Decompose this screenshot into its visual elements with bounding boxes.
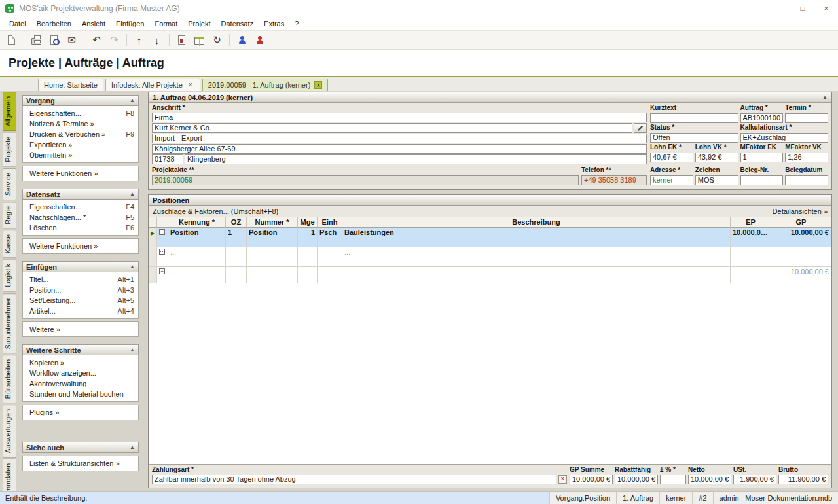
new-document-icon[interactable]	[3, 32, 20, 48]
cell-kennung[interactable]: Position	[168, 228, 226, 247]
cell-einh[interactable]: Psch	[318, 228, 342, 247]
zuschlaege-faktoren-link[interactable]: Zuschläge & Faktoren... (Umschalt+F8)	[153, 207, 278, 215]
expand-row-icon[interactable]: +	[159, 268, 165, 274]
column-header-oz[interactable]: OZ	[226, 217, 247, 228]
tab-infodesk-alle-projekte[interactable]: Infodesk: Alle Projekte ×	[105, 79, 200, 91]
menu-ansicht[interactable]: Ansicht	[77, 20, 111, 27]
column-header-einh[interactable]: Einh	[318, 217, 342, 228]
cell-ep[interactable]	[731, 247, 771, 267]
cell-beschreibung[interactable]: Bauleistungen	[342, 228, 731, 247]
column-header-nummer[interactable]: Nummer *	[247, 217, 298, 228]
cell-mge[interactable]	[298, 247, 318, 267]
action-drucken-verbuchen[interactable]: Drucken & Verbuchen »F9	[23, 129, 138, 139]
module-tab-auswertungen[interactable]: Auswertungen	[3, 405, 16, 458]
undo-icon[interactable]: ↶	[88, 32, 105, 48]
menu-hilfe[interactable]: ?	[289, 20, 304, 27]
menu-projekt[interactable]: Projekt	[183, 20, 215, 27]
lohn-ek-field[interactable]: 40,67 €	[650, 153, 693, 162]
module-tab-bueroarbeiten[interactable]: Büroarbeiten	[3, 355, 16, 403]
cell-oz[interactable]: 1	[226, 228, 247, 247]
module-tab-logistik[interactable]: Logistik	[3, 259, 16, 292]
move-up-icon[interactable]: ↑	[131, 32, 147, 48]
anschrift-line3-field[interactable]: Import - Export	[152, 134, 647, 143]
action-nachschlagen[interactable]: Nachschlagen... *F5	[23, 212, 138, 223]
module-tab-regie[interactable]: Regie	[3, 202, 16, 228]
zeichen-field[interactable]: MOS	[695, 175, 738, 185]
action-datensatz-eigenschaften[interactable]: Eigenschaften...F4	[23, 202, 138, 212]
close-tab-icon[interactable]: ×	[314, 81, 322, 89]
kurztext-field[interactable]	[650, 113, 738, 123]
maximize-icon[interactable]: □	[791, 0, 814, 17]
action-titel[interactable]: Titel...Alt+1	[23, 274, 138, 285]
cell-nummer[interactable]	[247, 267, 298, 283]
clear-zahlungsart-icon[interactable]: ×	[558, 475, 567, 484]
collapse-row-icon[interactable]: −	[159, 229, 165, 235]
plz-field[interactable]: 01738	[152, 154, 183, 164]
collapse-icon[interactable]: ▲	[130, 264, 135, 270]
cell-kennung[interactable]: ...	[168, 267, 226, 283]
refresh-icon[interactable]: ↻	[209, 32, 225, 48]
action-weitere[interactable]: Weitere »	[23, 324, 138, 334]
action-vorgang-eigenschaften[interactable]: Eigenschaften...F8	[23, 108, 138, 118]
logout-user-icon[interactable]	[251, 32, 268, 48]
module-tab-projekte[interactable]: Projekte	[3, 132, 16, 167]
column-header-mge[interactable]: Mge	[298, 217, 318, 228]
position-row-selected[interactable]: ▶ − Position 1 Position 1 Psch Bauleistu…	[149, 228, 831, 247]
collapse-section-icon[interactable]: ▲	[822, 94, 828, 100]
action-set-leistung[interactable]: Set/Leistung...Alt+5	[23, 295, 138, 306]
print-icon[interactable]	[28, 32, 45, 48]
column-header-ep[interactable]: EP	[731, 217, 771, 228]
termin-field[interactable]	[785, 113, 828, 123]
module-tab-service[interactable]: Service	[3, 168, 16, 200]
anschrift-line2-field[interactable]: Kurt Kerner & Co.	[152, 123, 632, 133]
auftrag-field[interactable]: AB1900100	[740, 113, 784, 123]
close-tab-icon[interactable]: ×	[187, 81, 194, 89]
adresse-field[interactable]: kerner	[650, 175, 693, 185]
action-position[interactable]: Position...Alt+3	[23, 285, 138, 295]
cell-nummer[interactable]: Position	[247, 228, 298, 247]
rabatt-prozent-field[interactable]	[660, 475, 686, 484]
module-tab-allgemein[interactable]: Allgemein	[3, 92, 16, 131]
belegdatum-field[interactable]	[785, 175, 828, 185]
collapse-icon[interactable]: ▲	[130, 444, 135, 450]
subrow-icon[interactable]: ⋯	[159, 249, 165, 255]
action-datensatz-weitere-funktionen[interactable]: Weitere Funktionen »	[23, 241, 138, 251]
beleg-nr-field[interactable]	[740, 175, 784, 185]
report-icon[interactable]	[173, 32, 190, 48]
anschrift-line1-field[interactable]: Firma	[152, 113, 647, 122]
placeholder-row[interactable]: ⋯ ... ...	[149, 247, 831, 267]
cell-einh[interactable]	[318, 267, 342, 283]
cell-gp[interactable]	[771, 247, 831, 267]
panel-header-einfuegen[interactable]: Einfügen ▲	[22, 261, 139, 272]
cell-ep[interactable]: 10.000,00 €	[731, 228, 771, 247]
cell-oz[interactable]	[226, 267, 247, 283]
minimize-icon[interactable]: –	[767, 0, 791, 17]
module-tab-stammdaten[interactable]: Stammdaten	[3, 459, 16, 491]
action-listen-strukturansichten[interactable]: Listen & Strukturansichten »	[23, 458, 138, 469]
print-preview-icon[interactable]	[46, 32, 62, 48]
panel-header-weitere-schritte[interactable]: Weitere Schritte ▲	[22, 344, 139, 355]
collapse-icon[interactable]: ▲	[130, 347, 135, 353]
menu-format[interactable]: Format	[149, 20, 183, 27]
panel-header-vorgang[interactable]: Vorgang ▲	[22, 95, 139, 106]
action-akontoverwaltung[interactable]: Akontoverwaltung	[23, 378, 138, 389]
cell-kennung[interactable]: ...	[168, 247, 226, 267]
lohn-vk-field[interactable]: 43,92 €	[695, 153, 738, 162]
projektakte-field[interactable]: 2019.00059	[152, 175, 579, 185]
action-workflow-anzeigen[interactable]: Workflow anzeigen...	[23, 368, 138, 378]
mfaktor-vk-field[interactable]: 1,26	[785, 153, 828, 162]
column-header-gp[interactable]: GP	[771, 217, 831, 228]
action-exportieren[interactable]: Exportieren »	[23, 139, 138, 150]
cell-gp[interactable]: 10.000,00 €	[771, 267, 831, 283]
collapse-icon[interactable]: ▲	[130, 191, 135, 197]
menu-extras[interactable]: Extras	[259, 20, 289, 27]
cell-mge[interactable]	[298, 267, 318, 283]
cell-nummer[interactable]	[247, 247, 298, 267]
action-notizen-termine[interactable]: Notizen & Termine »	[23, 118, 138, 129]
move-down-icon[interactable]: ↓	[149, 32, 165, 48]
login-user-icon[interactable]	[234, 32, 250, 48]
action-plugins[interactable]: Plugins »	[23, 407, 138, 418]
ort-field[interactable]: Klingenberg	[185, 154, 647, 164]
module-tab-subunternehmer[interactable]: Subunternehmer	[3, 293, 16, 353]
detailansichten-link[interactable]: Detailansichten »	[773, 207, 828, 215]
